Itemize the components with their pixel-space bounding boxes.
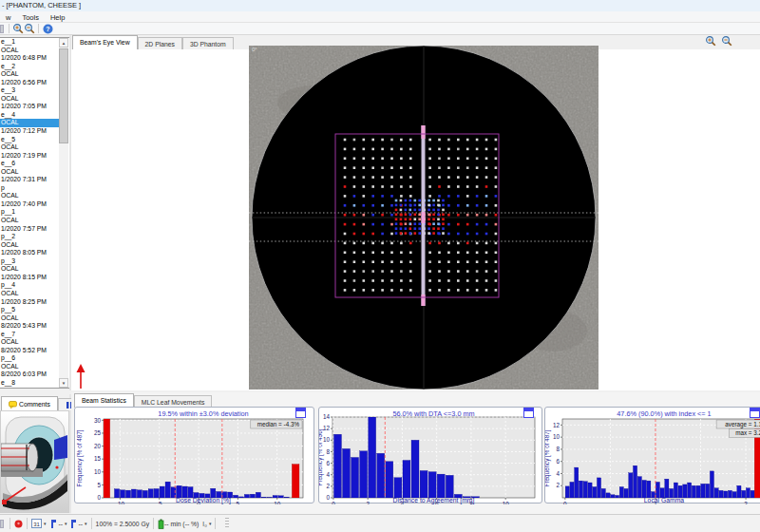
maximize-chart-icon[interactable] xyxy=(523,408,534,418)
tab-beam-statistics[interactable]: Beam Statistics xyxy=(74,393,134,408)
view-zoom-controls xyxy=(705,35,732,47)
menu-item-help[interactable]: Help xyxy=(45,11,70,23)
plan-list-item[interactable]: OCAL xyxy=(0,290,59,298)
plan-list-item[interactable]: OCAL xyxy=(0,143,59,152)
plan-list-item[interactable]: e__6 xyxy=(0,160,59,168)
normalization-value[interactable]: 100% = 2.5000 Gy xyxy=(96,521,150,527)
svg-text:-10: -10 xyxy=(116,501,125,504)
gantry-angle-label: 0° xyxy=(252,47,257,52)
zoom-out-icon[interactable] xyxy=(24,23,35,34)
scrollbar-thumb[interactable] xyxy=(59,48,68,143)
svg-text:31: 31 xyxy=(33,522,40,527)
plan-list-item[interactable]: e__2 xyxy=(0,63,59,71)
time-remaining-value: -- min (-- %) xyxy=(164,521,199,527)
svg-text:0: 0 xyxy=(97,494,101,501)
plan-list-item[interactable]: e__1 xyxy=(0,38,59,47)
plan-list-item[interactable]: e__4 xyxy=(0,111,59,120)
statistics-tab-strip: Beam Statistics MLC Leaf Movements xyxy=(74,394,212,408)
plan-list-item[interactable]: OCAL xyxy=(0,70,59,79)
plan-list-item[interactable]: 1/2020 7:12 PM xyxy=(0,127,59,136)
help-icon[interactable]: ? xyxy=(42,23,53,34)
plan-list-item[interactable]: OCAL xyxy=(0,241,59,250)
menu-item-view[interactable]: w xyxy=(0,11,16,23)
layer-selector[interactable]: 31 ▾ xyxy=(31,519,47,528)
plan-list-item[interactable]: 1/2020 6:56 PM xyxy=(0,79,59,87)
plan-list-item[interactable]: OCAL xyxy=(0,314,59,323)
plan-list-item[interactable]: e__3 xyxy=(0,86,59,95)
tab-beams-eye-view[interactable]: Beam's Eye View xyxy=(72,35,138,49)
plan-list-item[interactable]: OCAL xyxy=(0,47,59,55)
plan-list-item[interactable]: 8/2020 5:43 PM xyxy=(0,322,59,331)
tab-3d-phantom[interactable]: 3D Phantom xyxy=(182,37,234,49)
plan-list[interactable]: e__1OCAL1/2020 6:48 PMe__2OCAL1/2020 6:5… xyxy=(0,38,59,388)
plan-list-item[interactable]: 1/2020 7:05 PM xyxy=(0,103,59,111)
zoom-in-icon[interactable] xyxy=(12,23,24,34)
plan-list-item[interactable]: 1/2020 7:40 PM xyxy=(0,200,59,209)
plan-list-item[interactable]: p__1 xyxy=(0,208,59,217)
plan-list-item[interactable]: OCAL xyxy=(0,119,59,127)
maximize-chart-icon[interactable] xyxy=(295,408,306,418)
scroll-down-icon[interactable]: ▼ xyxy=(59,378,68,388)
plan-list-item[interactable]: p xyxy=(0,184,59,193)
svg-text:12: 12 xyxy=(323,425,331,431)
reference-selector[interactable]: -- ▾ xyxy=(50,520,67,528)
plan-list-item[interactable]: OCAL xyxy=(0,217,59,225)
plan-list-item[interactable]: OCAL xyxy=(0,338,59,347)
plan-list-item[interactable]: 8/2020 6:03 PM xyxy=(0,370,59,379)
plan-list-item[interactable]: 1/2020 8:05 PM xyxy=(0,249,59,257)
status-separator xyxy=(10,518,10,529)
status-separator xyxy=(91,518,92,529)
plan-list-item[interactable]: e__5 xyxy=(0,136,59,144)
zoom-out-icon[interactable] xyxy=(721,35,732,47)
plan-list-item[interactable]: OCAL xyxy=(0,95,59,104)
clipped-icon xyxy=(0,25,4,33)
plan-list-item[interactable]: 1/2020 6:48 PM xyxy=(0,54,59,63)
measurement-selector[interactable]: -- ▾ xyxy=(70,520,87,528)
svg-text:Frequency [% of 487]: Frequency [% of 487] xyxy=(545,429,551,486)
svg-text:4: 4 xyxy=(326,471,330,478)
display-mode-selector[interactable]: I₀ ▾ xyxy=(202,521,211,527)
plan-list-item[interactable]: e__8 xyxy=(0,379,59,388)
plan-list-item[interactable]: e__7 xyxy=(0,331,59,339)
plan-list-item[interactable]: 1/2020 7:31 PM xyxy=(0,176,59,184)
plan-list-item[interactable]: 1/2020 8:25 PM xyxy=(0,298,59,307)
histogram-dose-deviation: 19.5% within ±3.0% deviation-10-50510051… xyxy=(74,407,314,504)
svg-text:12: 12 xyxy=(553,422,560,428)
svg-text:6: 6 xyxy=(326,460,330,466)
plan-list-item[interactable]: OCAL xyxy=(0,265,59,274)
toolbar: ? xyxy=(0,23,760,35)
status-separator xyxy=(153,518,154,529)
svg-text:47.6% (90.0%) with index <= 1: 47.6% (90.0%) with index <= 1 xyxy=(617,409,711,418)
plan-list-item[interactable]: 1/2020 7:57 PM xyxy=(0,225,59,234)
scroll-up-icon[interactable]: ▲ xyxy=(59,38,68,48)
plan-list-item[interactable]: p__3 xyxy=(0,257,59,266)
svg-text:average = 1.1: average = 1.1 xyxy=(725,421,760,428)
tab-comments[interactable]: Comments xyxy=(1,396,58,410)
tab-2d-planes[interactable]: 2D Planes xyxy=(138,37,182,49)
plan-list-item[interactable]: p__2 xyxy=(0,233,59,241)
maximize-chart-icon[interactable] xyxy=(750,408,760,418)
plan-list-item[interactable]: 1/2020 7:19 PM xyxy=(0,152,59,161)
svg-text:10: 10 xyxy=(94,468,102,475)
menu-bar: wToolsHelp xyxy=(0,11,760,23)
svg-text:2: 2 xyxy=(366,501,370,504)
plan-list-item[interactable]: p__5 xyxy=(0,306,59,314)
alert-icon[interactable] xyxy=(14,520,23,528)
plan-list-scrollbar[interactable]: ▲ ▼ xyxy=(59,38,68,388)
svg-text:-5: -5 xyxy=(157,501,162,504)
battery-icon xyxy=(158,519,164,529)
layer-icon: 31 xyxy=(31,519,42,528)
menu-item-tools[interactable]: Tools xyxy=(16,11,45,23)
plan-list-item[interactable]: OCAL xyxy=(0,363,59,371)
plan-list-item[interactable]: 1/2020 8:15 PM xyxy=(0,274,59,282)
plan-list-item[interactable]: p__4 xyxy=(0,281,59,290)
comments-tab-label: Comments xyxy=(19,400,50,408)
clipped-icon xyxy=(0,520,4,528)
plan-list-item[interactable]: OCAL xyxy=(0,168,59,177)
plan-list-item[interactable]: OCAL xyxy=(0,192,59,200)
plan-list-item[interactable]: p__6 xyxy=(0,354,59,363)
svg-text:max = 3.2: max = 3.2 xyxy=(735,429,760,436)
statusbar-grip[interactable] xyxy=(225,518,229,529)
plan-list-item[interactable]: 8/2020 5:52 PM xyxy=(0,347,59,355)
zoom-in-icon[interactable] xyxy=(705,35,716,47)
